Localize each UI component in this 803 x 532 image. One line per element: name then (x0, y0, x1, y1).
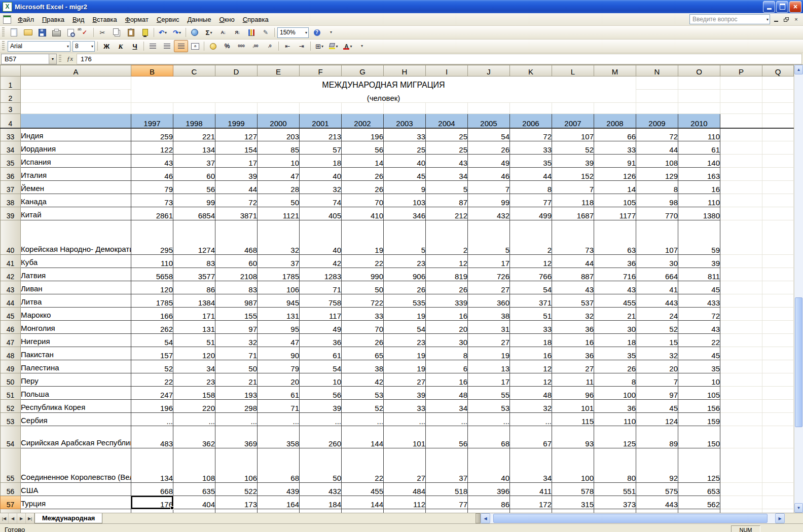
row-header-51[interactable]: 51 (1, 387, 21, 400)
cell[interactable]: 41 (636, 281, 678, 294)
cell[interactable]: Канада (21, 194, 131, 207)
cell[interactable]: 105 (594, 194, 636, 207)
cell[interactable]: 562 (678, 496, 720, 509)
cell[interactable] (720, 114, 762, 128)
cell[interactable] (762, 90, 794, 103)
copy-button[interactable] (110, 26, 124, 39)
cell[interactable]: 26 (342, 334, 384, 347)
cell[interactable]: 1380 (678, 207, 720, 220)
cell[interactable]: 118 (552, 194, 594, 207)
cell[interactable]: 12 (510, 373, 552, 387)
cell[interactable] (258, 509, 300, 513)
cell[interactable]: 21 (594, 308, 636, 321)
cell[interactable]: 766 (510, 268, 552, 281)
formula-bar-grip[interactable] (59, 55, 61, 63)
cell[interactable] (762, 181, 794, 194)
cell[interactable]: 38 (468, 308, 510, 321)
cell[interactable]: 483 (131, 426, 173, 448)
row-header-38[interactable]: 38 (1, 194, 21, 207)
cell[interactable]: ... (131, 413, 173, 426)
scroll-right-button[interactable]: ▶ (775, 513, 785, 523)
cell[interactable]: 3871 (215, 207, 258, 220)
cell[interactable]: 27 (552, 360, 594, 373)
cell[interactable]: 25 (426, 141, 468, 155)
cell[interactable]: 2861 (131, 207, 173, 220)
cell[interactable]: 17 (468, 373, 510, 387)
row-header-46[interactable]: 46 (1, 321, 21, 334)
cell[interactable]: Палестина (21, 360, 131, 373)
cell[interactable]: 339 (426, 294, 468, 308)
cell[interactable]: 107 (552, 128, 594, 141)
cell[interactable]: 32 (552, 308, 594, 321)
cell[interactable]: ... (342, 413, 384, 426)
cell[interactable]: 16 (510, 347, 552, 360)
cell[interactable] (762, 220, 794, 255)
cell[interactable]: Иордания (21, 141, 131, 155)
cell[interactable]: 159 (678, 413, 720, 426)
cell[interactable]: 52 (342, 400, 384, 413)
sort-descending-button[interactable]: Я↓ (230, 26, 244, 39)
cell[interactable]: 7 (636, 373, 678, 387)
maximize-button[interactable] (776, 1, 788, 13)
cell[interactable]: ... (426, 413, 468, 426)
cell[interactable]: 26 (384, 281, 426, 294)
cell[interactable]: Республика Корея (21, 400, 131, 413)
cell[interactable]: 575 (636, 483, 678, 496)
cell[interactable] (720, 268, 762, 281)
cell[interactable]: 40 (300, 168, 342, 181)
save-button[interactable] (35, 26, 49, 39)
cell[interactable]: 8 (510, 181, 552, 194)
cell[interactable]: 72 (510, 128, 552, 141)
paste-button[interactable] (124, 26, 138, 39)
cell[interactable] (21, 114, 131, 128)
cell[interactable]: 99 (468, 194, 510, 207)
year-header-cell[interactable]: 2006 (510, 114, 552, 128)
cell[interactable]: 14 (342, 155, 384, 168)
row-header-58[interactable]: 58 (1, 509, 21, 513)
cell[interactable]: 68 (258, 448, 300, 483)
cell[interactable]: 50 (258, 194, 300, 207)
cell[interactable] (720, 373, 762, 387)
cell[interactable]: 54 (300, 360, 342, 373)
chevron-down-icon[interactable]: ▾ (179, 30, 181, 35)
cell[interactable]: 91 (594, 155, 636, 168)
cell[interactable]: 46 (131, 168, 173, 181)
cell[interactable]: 72 (678, 308, 720, 321)
cell[interactable]: 36 (552, 347, 594, 360)
cell[interactable] (636, 509, 678, 513)
year-header-cell[interactable]: 2001 (300, 114, 342, 128)
cell[interactable] (762, 483, 794, 496)
cell[interactable] (594, 103, 636, 114)
row-header-48[interactable]: 48 (1, 347, 21, 360)
cell[interactable] (215, 103, 258, 114)
cell[interactable]: 1785 (258, 268, 300, 281)
cell[interactable]: 54 (131, 334, 173, 347)
cell[interactable]: Индия (21, 128, 131, 141)
cell[interactable] (762, 114, 794, 128)
cell[interactable]: 157 (131, 347, 173, 360)
column-header-O[interactable]: O (678, 65, 720, 77)
row-header-4[interactable]: 4 (1, 114, 21, 128)
chevron-down-icon[interactable]: ▾ (336, 44, 338, 49)
cell[interactable]: 86 (468, 496, 510, 509)
workbook-minimize-button[interactable] (772, 16, 780, 23)
cell[interactable]: 44 (215, 181, 258, 194)
cell[interactable]: 33 (384, 400, 426, 413)
cell[interactable] (762, 387, 794, 400)
cell[interactable]: 134 (131, 448, 173, 483)
cell[interactable]: 52 (131, 360, 173, 373)
menu-item-7[interactable]: Данные (183, 14, 215, 25)
cell[interactable]: 56 (426, 426, 468, 448)
cell[interactable] (173, 509, 215, 513)
cell[interactable] (131, 103, 173, 114)
cell[interactable] (720, 509, 762, 513)
cell[interactable]: 127 (215, 128, 258, 141)
cell[interactable]: США (21, 483, 131, 496)
row-header-49[interactable]: 49 (1, 360, 21, 373)
cell[interactable]: 120 (173, 347, 215, 360)
scroll-up-button[interactable]: ▲ (794, 65, 803, 74)
row-header-2[interactable]: 2 (1, 90, 21, 103)
cell[interactable]: 53 (342, 387, 384, 400)
cell[interactable]: Сербия (21, 413, 131, 426)
sheet-tab-active[interactable]: Международная (34, 513, 102, 523)
